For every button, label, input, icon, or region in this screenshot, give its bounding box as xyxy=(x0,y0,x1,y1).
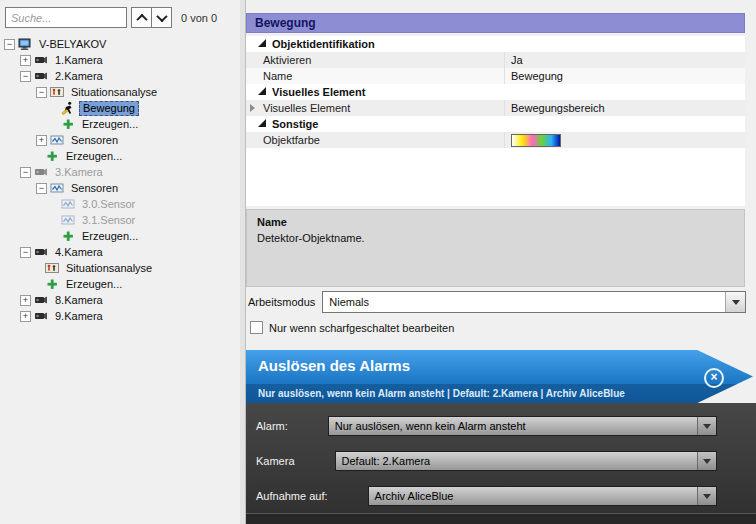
search-prev-button[interactable] xyxy=(131,7,152,28)
tree-item-label: Erzeugen... xyxy=(63,150,125,163)
collapse-icon[interactable]: − xyxy=(20,167,31,178)
kamera-select[interactable]: Default: 2.Kamera xyxy=(335,451,717,471)
armed-only-row: Nur wenn scharfgeschaltet bearbeiten xyxy=(250,321,454,334)
tree-item-8-kamera[interactable]: +8.Kamera xyxy=(0,292,240,308)
banner-title: Auslösen des Alarms xyxy=(246,350,753,374)
tree-item-situationsanalyse[interactable]: Situationsanalyse xyxy=(0,260,240,276)
tree-item-sensoren[interactable]: +Sensoren xyxy=(0,132,240,148)
property-label-text: Name xyxy=(263,70,292,82)
property-row-name: NameBewegung xyxy=(246,68,745,84)
search-bar: 0 von 0 xyxy=(5,7,217,28)
tree-item-9-kamera[interactable]: +9.Kamera xyxy=(0,308,240,324)
plus-icon xyxy=(45,277,59,291)
selected-value: Default: 2.Kamera xyxy=(336,452,697,470)
camera-icon xyxy=(34,309,48,323)
camera-icon xyxy=(34,245,48,259)
property-value-objektfarbe[interactable] xyxy=(504,132,745,148)
camera-icon xyxy=(34,53,48,67)
expand-icon[interactable]: + xyxy=(20,311,31,322)
tree-item-1-kamera[interactable]: +1.Kamera xyxy=(0,52,240,68)
work-mode-label: Arbeitsmodus xyxy=(248,296,315,308)
tree-item-label: Erzeugen... xyxy=(63,278,125,291)
tree-indent xyxy=(52,124,61,125)
color-swatch[interactable] xyxy=(511,134,561,147)
tree-item-sensoren[interactable]: −Sensoren xyxy=(0,180,240,196)
tree-item-3-1-sensor[interactable]: 3.1.Sensor xyxy=(0,212,240,228)
search-input[interactable] xyxy=(5,7,127,28)
description-text: Detektor-Objektname. xyxy=(257,232,734,244)
property-grid: ObjektidentifikationAktivierenJaNameBewe… xyxy=(246,36,745,206)
alarm-field-label: Alarm: xyxy=(256,420,288,432)
property-category-sonstige[interactable]: Sonstige xyxy=(246,116,745,132)
banner-subtitle: Nur auslösen, wenn kein Alarm ansteht | … xyxy=(246,384,753,403)
category-label: Objektidentifikation xyxy=(272,38,375,50)
alarm-field-kamera: KameraDefault: 2.Kamera xyxy=(256,450,756,472)
alarm-field-label: Aufnahme auf: xyxy=(256,490,328,502)
work-mode-value: Niemals xyxy=(323,292,725,312)
tree-item-label: 3.0.Sensor xyxy=(79,198,138,211)
collapse-icon[interactable]: − xyxy=(20,247,31,258)
sensor-icon xyxy=(61,197,75,211)
chevron-down-icon xyxy=(156,10,167,21)
camera-icon xyxy=(34,293,48,307)
tree-item-erzeugen[interactable]: Erzeugen... xyxy=(0,148,240,164)
tree-item-label: 8.Kamera xyxy=(52,294,106,307)
app-window: 0 von 0 −V-BELYAKOV+1.Kamera−2.Kamera−Si… xyxy=(0,0,756,524)
selected-value: Archiv AliceBlue xyxy=(369,487,697,505)
alarm-settings-panel: Alarm:Nur auslösen, wenn kein Alarm anst… xyxy=(246,403,756,524)
tree-item-label: 1.Kamera xyxy=(52,54,106,67)
property-value-aktivieren[interactable]: Ja xyxy=(504,52,745,68)
collapse-icon xyxy=(258,119,266,127)
alarm-trigger-banner: Auslösen des Alarms Nur auslösen, wenn k… xyxy=(246,350,753,403)
tree-item-v-belyakov[interactable]: −V-BELYAKOV xyxy=(0,36,240,52)
tree-item-3-kamera[interactable]: −3.Kamera xyxy=(0,164,240,180)
combo-dropdown-button[interactable] xyxy=(725,292,745,312)
expand-icon[interactable] xyxy=(250,104,255,112)
collapse-icon[interactable]: − xyxy=(20,71,31,82)
expand-icon[interactable]: + xyxy=(20,295,31,306)
combo-dropdown-button[interactable] xyxy=(697,417,716,435)
work-mode-select[interactable]: Niemals xyxy=(322,291,746,313)
chevron-down-icon xyxy=(732,300,740,305)
collapse-icon[interactable]: − xyxy=(36,87,47,98)
alarm-select[interactable]: Nur auslösen, wenn kein Alarm ansteht xyxy=(328,416,717,436)
aufnahme-auf-select[interactable]: Archiv AliceBlue xyxy=(368,486,717,506)
tree-item-4-kamera[interactable]: −4.Kamera xyxy=(0,244,240,260)
tree-item-label: 3.Kamera xyxy=(52,166,106,179)
property-row-visuelles-element: Visuelles ElementBewegungsbereich xyxy=(246,100,745,116)
expand-icon[interactable]: + xyxy=(36,135,47,146)
combo-dropdown-button[interactable] xyxy=(697,452,716,470)
collapse-icon[interactable]: − xyxy=(4,39,15,50)
tree-item-erzeugen[interactable]: Erzeugen... xyxy=(0,276,240,292)
tree-indent xyxy=(52,220,61,221)
property-category-objektidentifikation[interactable]: Objektidentifikation xyxy=(246,36,745,52)
collapse-icon[interactable]: − xyxy=(36,183,47,194)
tree-item-erzeugen[interactable]: Erzeugen... xyxy=(0,228,240,244)
tree-indent xyxy=(52,108,61,109)
collapse-icon xyxy=(258,39,266,47)
tree-item-label: Bewegung xyxy=(79,101,139,116)
expand-icon[interactable]: + xyxy=(20,55,31,66)
tree-item-3-0-sensor[interactable]: 3.0.Sensor xyxy=(0,196,240,212)
property-value-visuelles-element[interactable]: Bewegungsbereich xyxy=(504,100,745,116)
panel-footer-divider xyxy=(246,513,756,524)
property-label-objektfarbe: Objektfarbe xyxy=(246,132,504,148)
tree-item-bewegung[interactable]: Bewegung xyxy=(0,100,240,116)
tree-item-erzeugen[interactable]: Erzeugen... xyxy=(0,116,240,132)
property-value-text: Bewegung xyxy=(511,68,563,84)
property-value-name[interactable]: Bewegung xyxy=(504,68,745,84)
tree-item-label: 4.Kamera xyxy=(52,246,106,259)
tree-item-2-kamera[interactable]: −2.Kamera xyxy=(0,68,240,84)
property-category-visuelles-element[interactable]: Visuelles Element xyxy=(246,84,745,100)
tree-item-label: Sensoren xyxy=(68,134,121,147)
plus-icon xyxy=(61,117,75,131)
property-label-text: Aktivieren xyxy=(263,54,311,66)
search-next-button[interactable] xyxy=(151,7,172,28)
tree-item-situationsanalyse[interactable]: −Situationsanalyse xyxy=(0,84,240,100)
plus-icon xyxy=(45,149,59,163)
property-row-aktivieren: AktivierenJa xyxy=(246,52,745,68)
device-tree: −V-BELYAKOV+1.Kamera−2.Kamera−Situations… xyxy=(0,36,240,524)
armed-only-checkbox[interactable] xyxy=(250,321,263,334)
close-icon[interactable]: × xyxy=(704,368,724,388)
combo-dropdown-button[interactable] xyxy=(697,487,716,505)
